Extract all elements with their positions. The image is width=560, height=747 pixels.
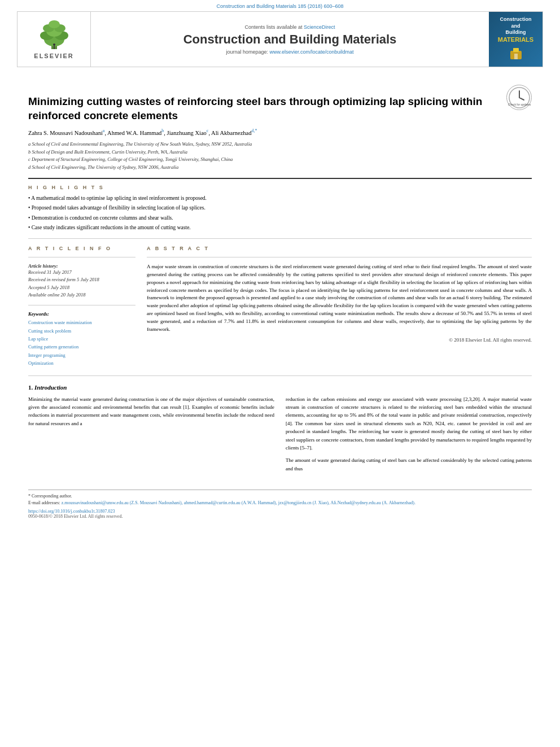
intro-p3: The amount of waste generated during cut… [286, 456, 532, 473]
elsevier-tree-icon [34, 20, 74, 51]
journal-logo-right: Construction and Building MATERIALS [489, 12, 542, 67]
elsevier-label: ELSEVIER [34, 53, 73, 59]
journal-homepage: journal homepage: www.elsevier.com/locat… [226, 49, 353, 55]
logo-and-text: and [511, 23, 520, 30]
intro-heading: 1. Introduction [28, 384, 532, 391]
author4-sup: d,* [252, 128, 257, 133]
svg-point-8 [53, 43, 55, 46]
affiliation-c: c Department of Structural Engineering, … [28, 156, 532, 164]
received-date: Received 31 July 2017 [28, 269, 72, 275]
article-info-label: A R T I C L E I N F O [28, 246, 135, 251]
revised-date: Received in revised form 5 July 2018 [28, 277, 99, 282]
svg-text:Check for updates: Check for updates [508, 103, 531, 106]
abstract-text: A major waste stream in construction of … [147, 263, 532, 334]
article-history: Article history: Received 31 July 2017 R… [28, 263, 135, 299]
abstract-top-divider [147, 257, 532, 257]
affiliation-b: b School of Design and Built Environment… [28, 148, 532, 156]
keyword-6: Optimization [28, 359, 135, 367]
logo-building-text: Building [506, 29, 526, 36]
affiliation-d: d School of Civil Engineering, The Unive… [28, 164, 532, 172]
homepage-link[interactable]: www.elsevier.com/locate/conbuildmat [269, 49, 353, 55]
highlight-item: Proposed model takes advantage of flexib… [28, 203, 532, 213]
elsevier-logo-section: ELSEVIER [18, 12, 91, 67]
affiliations-block: a School of Civil and Environmental Engi… [28, 141, 532, 171]
svg-rect-11 [513, 48, 519, 52]
corresponding-author: * Corresponding author. [28, 493, 532, 500]
author3-name: , Jianzhuang Xiao [164, 130, 207, 136]
sciencedirect-link[interactable]: ScienceDirect [304, 24, 335, 30]
keyword-2: Cutting stock problem [28, 327, 135, 335]
intro-title: Introduction [34, 384, 67, 391]
highlights-section: H I G H L I G H T S A mathematical model… [28, 185, 532, 232]
svg-rect-12 [514, 54, 518, 59]
svg-point-7 [49, 20, 60, 28]
author2-name: , Ahmed W.A. Hammad [104, 130, 161, 136]
main-content: Minimizing cutting wastes of reinforcing… [0, 67, 560, 519]
logo-materials-text: MATERIALS [498, 36, 533, 43]
intro-body: Minimizing the material waste generated … [28, 395, 532, 473]
sciencedirect-line: Contents lists available at ScienceDirec… [244, 24, 335, 30]
keyword-4: Cutting pattern generation [28, 343, 135, 351]
abstract-col: A B S T R A C T A major waste stream in … [147, 246, 532, 368]
keywords-section: Keywords: Construction waste minimizatio… [28, 311, 135, 368]
intro-section: 1. Introduction Minimizing the material … [28, 384, 532, 473]
logo-construction-text: Construction [500, 16, 532, 23]
affiliation-a: a School of Civil and Environmental Engi… [28, 141, 532, 148]
intro-p1: Minimizing the material waste generated … [28, 395, 274, 428]
keyword-3: Lap splice [28, 335, 135, 343]
email-addresses: E-mail addresses: z.moussavinadoushani@u… [28, 500, 532, 506]
info-mid-divider [28, 305, 135, 305]
available-date: Available online 20 July 2018 [28, 292, 86, 298]
highlights-list: A mathematical model to optimise lap spl… [28, 194, 532, 232]
journal-header: ELSEVIER Contents lists available at Sci… [17, 11, 543, 67]
copyright-line: © 2018 Elsevier Ltd. All rights reserved… [147, 337, 532, 343]
author1-name: Zahra S. Moussavi Nadoushani [28, 130, 103, 136]
author4-name: , Ali Akbarnezhad [208, 130, 251, 136]
paper-title: Minimizing cutting wastes of reinforcing… [28, 95, 501, 123]
doi-line[interactable]: https://doi.org/10.1016/j.conbukbu1t.318… [28, 509, 532, 514]
intro-p2: reduction in the carbon emissions and en… [286, 395, 532, 452]
sciencedirect-text: Contents lists available at [244, 24, 304, 30]
history-label: Article history: [28, 263, 135, 269]
journal-citation-line: Construction and Building Materials 185 … [0, 0, 560, 11]
title-divider [28, 178, 532, 179]
highlight-item: A mathematical model to optimise lap spl… [28, 194, 532, 203]
highlight-item: Case study indicates significant reducti… [28, 223, 532, 233]
keywords-label: Keywords: [28, 311, 135, 317]
intro-number: 1. [28, 384, 33, 391]
highlights-label: H I G H L I G H T S [28, 185, 532, 190]
abstract-body-divider [28, 375, 532, 376]
intro-col2: reduction in the carbon emissions and en… [286, 395, 532, 473]
article-info-col: A R T I C L E I N F O Article history: R… [28, 246, 135, 368]
keyword-5: Integer programing [28, 351, 135, 359]
info-top-divider [28, 257, 135, 257]
accepted-date: Accepted 5 July 2018 [28, 285, 69, 290]
journal-title-section: Contents lists available at ScienceDirec… [91, 12, 489, 67]
journal-logo-icon [508, 45, 524, 62]
issn-line: 0950-0618/© 2018 Elsevier Ltd. All right… [28, 514, 532, 519]
emails-label: E-mail addresses: [28, 500, 60, 505]
journal-title: Construction and Building Materials [183, 32, 397, 47]
intro-col1: Minimizing the material waste generated … [28, 395, 274, 473]
abstract-label: A B S T R A C T [147, 246, 532, 251]
article-abstract-section: A R T I C L E I N F O Article history: R… [28, 246, 532, 368]
keyword-1: Construction waste minimization [28, 318, 135, 326]
authors-line: Zahra S. Moussavi Nadoushania, Ahmed W.A… [28, 128, 532, 136]
highlight-item: Demonstration is conducted on concrete c… [28, 213, 532, 223]
email-links[interactable]: z.moussavinadoushani@unsw.edu.au (Z.S. M… [62, 500, 415, 505]
footnotes-section: * Corresponding author. E-mail addresses… [28, 490, 532, 519]
check-for-updates-badge: Check for updates [506, 85, 532, 110]
highlights-divider [28, 238, 532, 239]
